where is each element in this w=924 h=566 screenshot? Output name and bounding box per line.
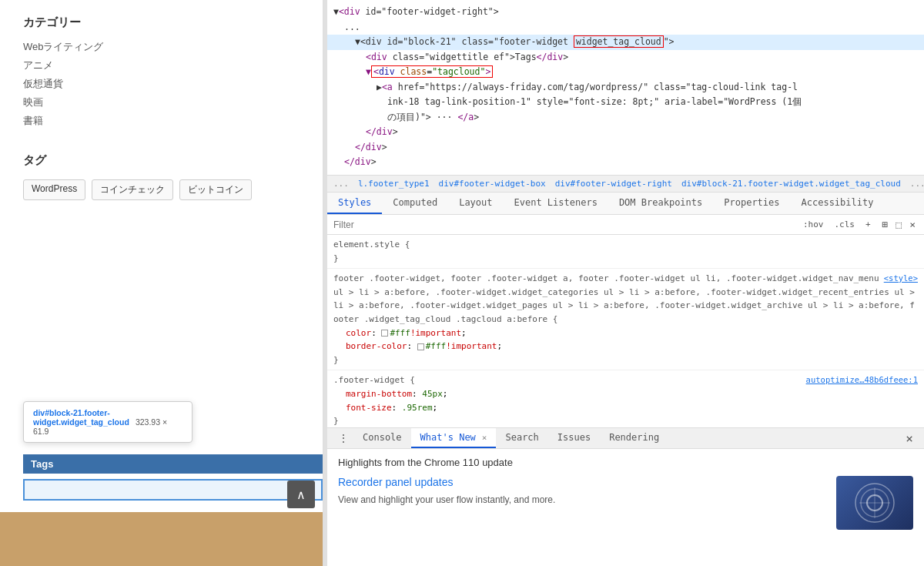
tags-blue-bar: Tags — [23, 454, 323, 474]
css-prop-name: margin-bottom — [346, 389, 412, 399]
html-tree-line[interactable]: <div class="widgettitle ef">Tags</div> — [327, 50, 924, 65]
category-item[interactable]: 映画 — [23, 93, 300, 112]
bottom-tab-console[interactable]: Console — [353, 428, 411, 448]
html-tree-line[interactable]: の項目)"> ··· </a> — [327, 110, 924, 126]
css-source-link[interactable]: <style> — [884, 272, 918, 285]
css-selector: footer .footer-widget, footer .footer-wi… — [333, 272, 918, 326]
tags-title: タグ — [23, 153, 300, 168]
element-highlight-overlay — [23, 479, 323, 501]
breadcrumb-item: ... — [910, 179, 924, 189]
html-tree-line[interactable]: </div> — [327, 140, 924, 156]
bottom-decoration-bar — [0, 512, 323, 566]
devtools-tabs-row[interactable]: StylesComputedLayoutEvent ListenersDOM B… — [327, 193, 924, 215]
close-bottom-panel-button[interactable]: × — [901, 430, 918, 447]
devtools-tab-properties[interactable]: Properties — [713, 193, 790, 214]
html-tree-line[interactable]: ▶<a href="https://always-friday.com/tag/… — [327, 80, 924, 95]
css-rule-block: <style>footer .footer-widget, footer .fo… — [327, 269, 924, 370]
breadcrumb-item: ... — [333, 179, 349, 189]
html-tree-line[interactable]: ink-18 tag-link-position-1" style="font-… — [327, 95, 924, 110]
bottom-content-area: Highlights from the Chrome 110 update Re… — [327, 449, 924, 566]
css-prop-name: color — [346, 328, 371, 338]
html-tree: ▼<div id="footer-widget-right">...▼<div … — [327, 0, 924, 176]
html-tree-line[interactable]: ▼<div id="block-21" class="footer-widget… — [327, 35, 924, 50]
close-panel-icon[interactable]: × — [907, 218, 918, 231]
category-item[interactable]: 書籍 — [23, 112, 300, 130]
more-tabs-button[interactable]: ⋮ — [333, 428, 353, 448]
devtools-tab-accessibility[interactable]: Accessibility — [791, 193, 885, 214]
breadcrumb: ... l.footer_type1 div#footer-widget-box… — [327, 176, 924, 193]
tag-button[interactable]: WordPress — [23, 179, 85, 200]
html-tree-line[interactable]: ▼<div class="tagcloud"> — [327, 65, 924, 80]
category-item[interactable]: 仮想通貨 — [23, 75, 300, 93]
category-list: Webライティングアニメ仮想通貨映画書籍 — [23, 38, 300, 130]
css-property: font-size: .95rem; — [333, 401, 918, 415]
category-title: カテゴリー — [23, 15, 300, 30]
css-source-link[interactable]: autoptimize…48b6dfeee:1 — [806, 373, 918, 387]
html-tree-line[interactable]: ... — [327, 20, 924, 35]
breadcrumb-item[interactable]: div#footer-widget-right — [555, 179, 672, 189]
devtools-tab-computed[interactable]: Computed — [382, 193, 448, 214]
css-property: color: #fff!important; — [333, 327, 918, 340]
css-property: border-color: #fff!important; — [333, 340, 918, 353]
tags-bar-label: Tags — [31, 458, 53, 470]
html-tree-line[interactable]: ▼<div id="footer-widget-right"> — [327, 5, 924, 20]
devtools-tab-styles[interactable]: Styles — [327, 193, 382, 214]
devtools-tab-layout[interactable]: Layout — [448, 193, 503, 214]
color-swatch — [417, 343, 424, 350]
tooltip-id: div#block-21.footer-widget.widget_tag_cl… — [33, 408, 129, 427]
css-important: !important — [446, 341, 497, 351]
filter-bar: :hov .cls + ⊞ ⬚ × — [327, 215, 924, 235]
bottom-panel: ⋮ ConsoleWhat's New×SearchIssuesRenderin… — [327, 427, 924, 566]
filter-badges: :hov .cls + — [800, 219, 874, 230]
bottom-tab-whats-new[interactable]: What's New× — [411, 428, 497, 448]
tag-button[interactable]: コインチェック — [92, 179, 173, 200]
hov-badge[interactable]: :hov — [800, 219, 827, 230]
css-value: #fff — [426, 341, 447, 351]
css-prop-name: font-size — [346, 403, 392, 413]
css-value: .95rem — [402, 403, 433, 413]
tag-buttons-row: WordPressコインチェックビットコイン — [23, 179, 300, 200]
filter-input[interactable] — [333, 219, 794, 230]
whats-new-card: Recorder panel updates View and highligh… — [338, 476, 913, 530]
up-arrow-icon: ∧ — [296, 487, 306, 502]
css-rules-panel: element.style {}<style>footer .footer-wi… — [327, 235, 924, 427]
filter-icons: ⊞ ⬚ × — [880, 218, 918, 231]
card-title[interactable]: Recorder panel updates — [338, 476, 825, 488]
bottom-tab-search[interactable]: Search — [496, 428, 547, 448]
breadcrumb-item[interactable]: div#footer-widget-box — [439, 179, 546, 189]
css-closing: } — [333, 414, 918, 427]
css-prop-name: border-color — [346, 341, 407, 351]
category-item[interactable]: アニメ — [23, 56, 300, 75]
inspect-icon[interactable]: ⬚ — [893, 218, 904, 231]
color-swatch — [381, 330, 388, 337]
css-closing: } — [333, 353, 918, 367]
element-tooltip: div#block-21.footer-widget.widget_tag_cl… — [23, 401, 192, 443]
category-item[interactable]: Webライティング — [23, 38, 300, 56]
css-rule-block: autoptimize…48b6dfeee:1.footer-widget {m… — [327, 370, 924, 427]
devtools-tab-event-listeners[interactable]: Event Listeners — [504, 193, 608, 214]
card-description: View and highlight your user flow instan… — [338, 493, 825, 507]
plus-badge[interactable]: + — [862, 219, 874, 230]
tag-button[interactable]: ビットコイン — [179, 179, 252, 200]
breadcrumb-item[interactable]: div#block-21.footer-widget.widget_tag_cl… — [681, 179, 901, 189]
css-value: #fff — [390, 328, 410, 338]
html-tree-line[interactable]: </div> — [327, 155, 924, 170]
layout-toggle-icon[interactable]: ⊞ — [880, 218, 891, 231]
tab-close-button[interactable]: × — [482, 433, 487, 443]
category-section: カテゴリー Webライティングアニメ仮想通貨映画書籍 — [23, 15, 300, 130]
website-preview: カテゴリー Webライティングアニメ仮想通貨映画書籍 タグ WordPressコ… — [0, 0, 323, 566]
html-tree-line[interactable]: </div> — [327, 125, 924, 140]
update-title: Highlights from the Chrome 110 update — [338, 457, 913, 468]
css-property: margin-bottom: 45px; — [333, 387, 918, 401]
bottom-tabs-row[interactable]: ⋮ ConsoleWhat's New×SearchIssuesRenderin… — [327, 428, 924, 449]
bottom-tab-rendering[interactable]: Rendering — [600, 428, 668, 448]
scroll-up-button[interactable]: ∧ — [287, 481, 315, 508]
devtools-panel: ▼<div id="footer-widget-right">...▼<div … — [327, 0, 924, 566]
tags-section: タグ WordPressコインチェックビットコイン — [23, 153, 300, 200]
bottom-tab-issues[interactable]: Issues — [548, 428, 600, 448]
cls-badge[interactable]: .cls — [831, 219, 858, 230]
css-important: !important — [410, 328, 461, 338]
css-closing: } — [333, 252, 918, 266]
devtools-tab-dom-breakpoints[interactable]: DOM Breakpoints — [608, 193, 713, 214]
breadcrumb-item[interactable]: l.footer_type1 — [358, 179, 430, 189]
